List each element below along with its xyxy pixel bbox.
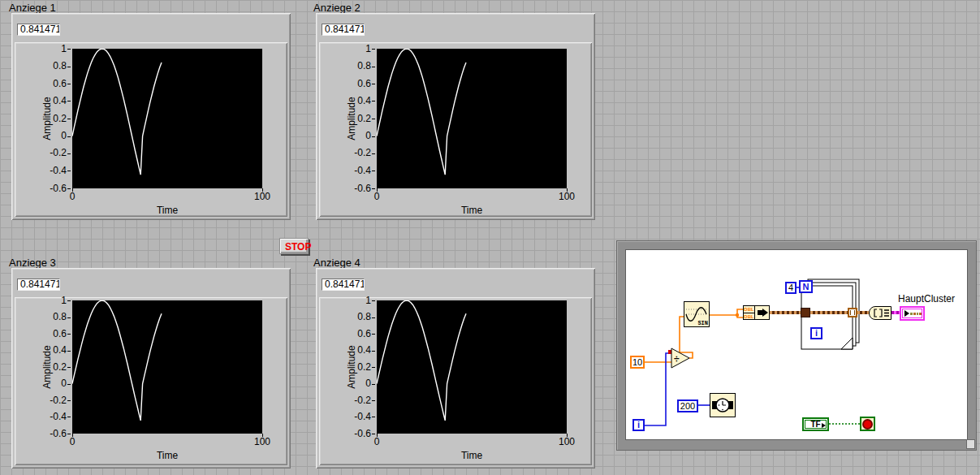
x-tick-label: 0 <box>363 191 391 202</box>
plot-area[interactable] <box>72 49 262 188</box>
y-tick-label: -0.4 <box>343 166 371 176</box>
chart-label: Anziege 4 <box>313 257 360 269</box>
chart-frame: 0.84147110.80.60.40.20-0.2-0.4-0.60100Am… <box>11 268 291 469</box>
tick-mark <box>567 434 568 437</box>
sine-function-icon[interactable]: SIN <box>684 301 710 327</box>
y-tick-label: 0.8 <box>343 61 371 71</box>
y-tick-label: -0.2 <box>343 395 371 406</box>
cluster-indicator-terminal[interactable] <box>900 306 925 321</box>
y-tick-label: 0.8 <box>39 61 67 71</box>
tick-mark <box>372 300 375 301</box>
y-tick-label: -0.4 <box>39 166 67 176</box>
chart-frame: 0.84147110.80.60.40.20-0.2-0.4-0.60100Am… <box>11 13 291 220</box>
y-tick-label: -0.2 <box>39 148 67 158</box>
tick-mark <box>372 67 375 67</box>
numeric-constant-10[interactable]: 10 <box>630 356 645 369</box>
terminal-arrow <box>904 310 909 317</box>
tick-mark <box>372 84 375 84</box>
iteration-terminal-i[interactable]: i <box>632 419 645 431</box>
y-axis-label: Amplitude <box>41 345 53 388</box>
plot-area[interactable] <box>72 300 262 434</box>
tick-mark <box>67 417 71 417</box>
tick-mark <box>262 434 263 437</box>
tick-mark <box>67 400 71 401</box>
y-tick-label: 1 <box>39 296 67 306</box>
chart-label: Anziege 2 <box>313 2 360 14</box>
terminal-arrow <box>822 423 826 428</box>
waveform-chart: Anziege 20.84147110.80.60.40.20-0.2-0.4-… <box>316 13 595 220</box>
y-tick-label: 0.6 <box>343 329 371 339</box>
tick-mark <box>372 119 375 119</box>
tick-mark <box>67 153 71 154</box>
tick-mark <box>67 351 71 352</box>
y-tick-label: -0.4 <box>39 412 67 422</box>
array-to-cluster-glyph <box>870 307 891 319</box>
tick-mark <box>67 136 71 137</box>
chart-label: Anziege 1 <box>9 2 56 14</box>
tick-mark <box>67 101 71 101</box>
tick-mark <box>262 188 263 192</box>
bundle-node[interactable]: DBL DBL <box>743 305 770 320</box>
x-tick-label: 100 <box>553 191 581 202</box>
tick-mark <box>372 101 375 101</box>
block-diagram-window[interactable] <box>616 240 977 451</box>
stop-dot-icon <box>862 419 873 430</box>
tick-mark <box>372 367 375 368</box>
x-axis-label: Time <box>72 205 262 216</box>
numeric-display[interactable]: 0.841471 <box>322 24 365 36</box>
window-resize-grip[interactable] <box>966 439 975 449</box>
tick-mark <box>377 434 378 437</box>
wait-ms-icon[interactable] <box>710 393 736 417</box>
y-tick-label: 0.6 <box>39 79 67 89</box>
y-tick-label: -0.2 <box>39 395 67 406</box>
numeric-display[interactable]: 0.841471 <box>17 24 60 36</box>
y-tick-label: 0.6 <box>39 329 67 339</box>
tick-mark <box>372 49 375 50</box>
loop-stop-condition-icon[interactable] <box>860 417 875 431</box>
tick-mark <box>67 171 71 171</box>
x-tick-label: 100 <box>248 191 276 202</box>
array-to-cluster-node[interactable] <box>869 306 891 320</box>
tick-mark <box>372 434 375 434</box>
tick-mark <box>67 49 71 50</box>
boolean-terminal-tf[interactable]: TF <box>802 417 829 431</box>
tick-mark <box>372 334 375 335</box>
x-axis-label: Time <box>72 450 262 461</box>
labview-front-panel: Anziege 10.84147110.80.60.40.20-0.2-0.4-… <box>0 0 980 475</box>
tick-mark <box>72 188 73 192</box>
numeric-display[interactable]: 0.841471 <box>322 279 365 291</box>
tick-mark <box>372 171 375 171</box>
tick-mark <box>372 417 375 417</box>
plot-area[interactable] <box>377 49 567 188</box>
numeric-display[interactable]: 0.841471 <box>17 279 60 291</box>
tick-mark <box>372 188 375 189</box>
tick-mark <box>67 119 71 119</box>
tick-mark <box>372 153 375 154</box>
plot-area[interactable] <box>377 300 567 434</box>
tick-mark <box>372 384 375 385</box>
tick-mark <box>67 67 71 67</box>
loop-input-tunnel[interactable] <box>801 308 810 317</box>
numeric-constant-4[interactable]: 4 <box>785 282 797 294</box>
waveform-chart: Anziege 30.84147110.80.60.40.20-0.2-0.4-… <box>11 268 291 469</box>
bundle-input-type-bottom: DBL <box>744 313 754 320</box>
y-tick-label: 0.8 <box>343 312 371 322</box>
waveform-chart: Anziege 40.84147110.80.60.40.20-0.2-0.4-… <box>316 268 595 469</box>
x-tick-label: 0 <box>363 436 391 447</box>
watch-glyph <box>710 394 735 417</box>
tick-mark <box>372 317 375 318</box>
x-tick-label: 100 <box>553 436 581 447</box>
tick-mark <box>67 84 71 84</box>
waveform-chart: Anziege 10.84147110.80.60.40.20-0.2-0.4-… <box>11 13 291 220</box>
x-axis-label: Time <box>377 205 567 216</box>
y-tick-label: 0.8 <box>39 312 67 322</box>
tick-mark <box>67 334 71 335</box>
y-tick-label: 1 <box>343 44 371 54</box>
tick-mark <box>67 317 71 318</box>
stop-button[interactable]: STOP <box>279 238 309 254</box>
loop-count-terminal-N[interactable]: N <box>799 280 813 293</box>
numeric-constant-200[interactable]: 200 <box>677 399 698 412</box>
sin-label: SIN <box>697 320 708 326</box>
loop-indexing-tunnel[interactable] <box>848 308 857 317</box>
loop-iteration-terminal-i[interactable]: i <box>810 327 822 339</box>
